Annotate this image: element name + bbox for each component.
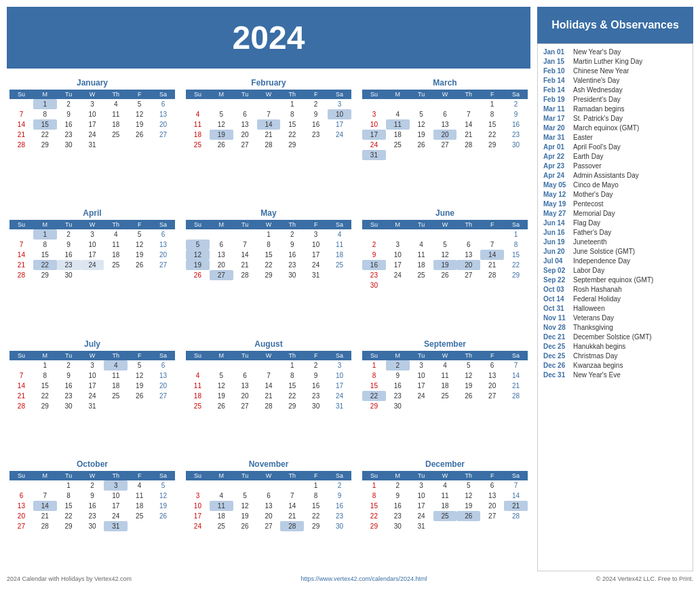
- holiday-item: Dec 25Christmas Day: [543, 352, 687, 360]
- calendar-day: 5: [128, 229, 151, 240]
- calendar-day: 21: [9, 130, 33, 140]
- holiday-date: May 19: [543, 200, 569, 208]
- calendar-day: 13: [151, 240, 175, 250]
- day-header: F: [304, 90, 328, 99]
- calendar-day: 1: [33, 99, 57, 109]
- calendar-day: 22: [257, 260, 281, 270]
- day-header: Tu: [410, 220, 433, 229]
- months-grid: JanuarySuMTuWThFSa1234567891011121314151…: [7, 75, 530, 571]
- calendar-day: [128, 401, 151, 411]
- calendar-day: 6: [233, 370, 257, 381]
- holiday-item: Jun 19Juneteenth: [543, 238, 687, 246]
- calendar-day: 12: [128, 240, 151, 250]
- calendar-day: 19: [151, 501, 175, 511]
- calendar-day: 24: [328, 391, 351, 401]
- calendar-day: 28: [456, 140, 480, 150]
- day-header: Th: [104, 220, 128, 229]
- holiday-name: Kwanzaa begins: [573, 362, 623, 369]
- holiday-date: Jan 15: [543, 58, 569, 65]
- holiday-name: Labor Day: [573, 267, 604, 274]
- holiday-item: Feb 14Ash Wednesday: [543, 86, 687, 94]
- calendar-day: 3: [410, 480, 433, 491]
- calendar-day: 28: [504, 391, 528, 401]
- day-header: Tu: [233, 220, 257, 229]
- calendar-day: 17: [410, 501, 433, 511]
- calendar-day: 20: [9, 511, 33, 521]
- calendar-day: 30: [386, 521, 410, 531]
- holiday-date: Apr 01: [543, 143, 569, 151]
- day-header: Tu: [57, 471, 81, 480]
- day-header: F: [128, 351, 151, 360]
- calendar-day: 11: [386, 119, 410, 130]
- calendar-day: 12: [210, 381, 233, 391]
- calendar-day: 29: [280, 140, 304, 150]
- holiday-item: Mar 31Easter: [543, 134, 687, 141]
- holiday-name: President's Day: [573, 96, 621, 103]
- calendar-day: 18: [210, 511, 233, 521]
- calendar-day: 27: [151, 391, 175, 401]
- calendar-day: 1: [280, 360, 304, 370]
- day-header: Su: [9, 90, 33, 99]
- calendar-day: 23: [386, 391, 410, 401]
- calendar-day: 10: [81, 240, 104, 250]
- calendar-day: 26: [456, 391, 480, 401]
- calendar-day: 9: [57, 370, 81, 381]
- day-header: F: [128, 220, 151, 229]
- holiday-item: Mar 20March equinox (GMT): [543, 124, 687, 132]
- calendar-day: 2: [386, 480, 410, 491]
- day-header: W: [257, 90, 281, 99]
- calendar-day: 5: [233, 491, 257, 501]
- calendar-day: 7: [233, 240, 257, 250]
- day-header: W: [433, 351, 457, 360]
- calendar-day: 29: [504, 270, 528, 280]
- calendar-day: 22: [280, 130, 304, 140]
- calendar-day: 25: [210, 521, 233, 531]
- calendar-day: [504, 401, 528, 411]
- calendar-day: 24: [81, 130, 104, 140]
- calendar-day: 29: [362, 401, 386, 411]
- calendar-day: 6: [480, 480, 504, 491]
- calendar-day: [151, 140, 175, 150]
- calendar-day: 30: [304, 401, 328, 411]
- calendar-day: 27: [480, 511, 504, 521]
- calendar-day: [433, 99, 457, 109]
- day-header: M: [210, 220, 233, 229]
- calendar-day: [456, 99, 480, 109]
- calendar-day: [480, 401, 504, 411]
- calendar-day: 25: [433, 511, 457, 521]
- holiday-date: Sep 02: [543, 267, 569, 274]
- day-header: Sa: [504, 471, 528, 480]
- calendar-day: 16: [362, 260, 386, 270]
- calendar-day: 27: [433, 140, 457, 150]
- holiday-date: Feb 19: [543, 96, 569, 103]
- calendar-day: 28: [257, 401, 281, 411]
- day-header: Su: [362, 90, 386, 99]
- calendar-day: 6: [433, 109, 457, 119]
- calendar-day: 27: [9, 521, 33, 531]
- calendar-day: 26: [210, 401, 233, 411]
- holiday-date: Jun 20: [543, 248, 569, 255]
- holiday-item: Feb 19President's Day: [543, 96, 687, 103]
- holiday-date: Jun 16: [543, 229, 569, 236]
- calendar-day: [386, 99, 410, 109]
- calendar-day: 11: [328, 240, 351, 250]
- calendar-day: 1: [57, 480, 81, 491]
- calendar-day: 21: [9, 391, 33, 401]
- calendar-day: [480, 280, 504, 290]
- page: 2024 JanuarySuMTuWThFSa12345678910111213…: [0, 0, 700, 589]
- holiday-name: Father's Day: [573, 229, 611, 236]
- calendar-day: 11: [128, 491, 151, 501]
- calendar-day: 8: [33, 370, 57, 381]
- calendar-day: 19: [456, 381, 480, 391]
- day-header: Th: [280, 90, 304, 99]
- calendar-day: 2: [57, 360, 81, 370]
- calendar-day: 19: [128, 119, 151, 130]
- calendar-day: [433, 280, 457, 290]
- holiday-name: Veterans Day: [573, 314, 614, 322]
- calendar-day: 12: [210, 119, 233, 130]
- calendar-day: 8: [33, 109, 57, 119]
- calendar-day: 2: [57, 99, 81, 109]
- calendar-day: [304, 140, 328, 150]
- calendar-day: [210, 99, 233, 109]
- calendar-day: 23: [57, 260, 81, 270]
